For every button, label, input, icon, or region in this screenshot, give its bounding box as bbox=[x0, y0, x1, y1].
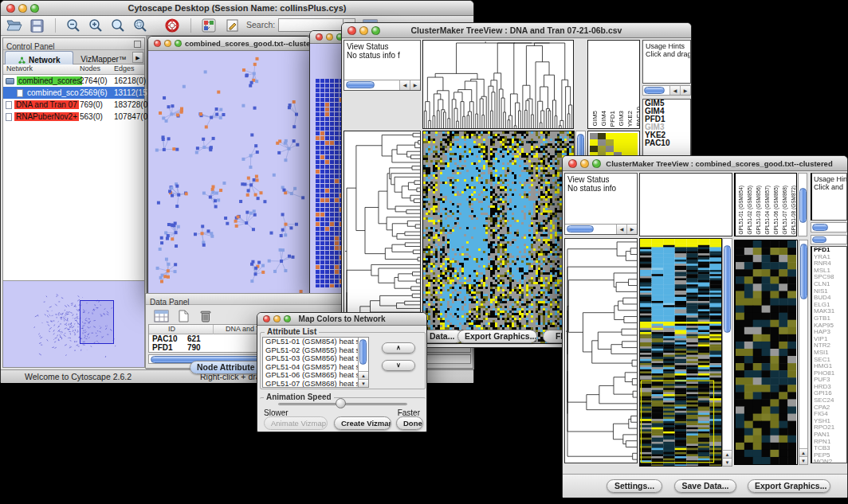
float-panel-icon[interactable] bbox=[134, 41, 141, 48]
column-dendrogram-canvas[interactable] bbox=[423, 41, 573, 128]
close-button[interactable] bbox=[6, 4, 15, 13]
column-label[interactable]: GPL51-04 (GSM857) bbox=[764, 186, 771, 234]
close-button[interactable] bbox=[316, 33, 323, 41]
network-tree-row[interactable]: DNA and Tran 07769(0)183728(0) bbox=[3, 99, 144, 111]
scrollbar-thumb[interactable] bbox=[800, 244, 807, 299]
matrix-cell[interactable] bbox=[598, 133, 606, 139]
tv2-sub-vscrollbar[interactable]: ▲ ▼ bbox=[799, 240, 808, 465]
minimize-button[interactable] bbox=[164, 40, 171, 47]
view-status-scrollbar[interactable]: ◀ ▶ bbox=[344, 80, 420, 90]
matrix-cell[interactable] bbox=[630, 133, 638, 139]
col-header-network[interactable]: Network bbox=[6, 64, 33, 72]
col-header-nodes[interactable]: Nodes bbox=[80, 64, 100, 72]
scroll-left-button[interactable]: ◀ bbox=[669, 86, 680, 95]
close-button[interactable] bbox=[568, 159, 577, 168]
tv2-zoom-submatrix[interactable] bbox=[734, 240, 798, 465]
close-button[interactable] bbox=[154, 40, 161, 47]
scrollbar-thumb[interactable] bbox=[799, 188, 807, 223]
tv2-heatmap-panel[interactable] bbox=[639, 238, 722, 467]
scrollbar-thumb[interactable] bbox=[644, 87, 665, 94]
data-col-id[interactable]: ID bbox=[168, 325, 175, 333]
tv2-save-data-button[interactable]: Save Data... bbox=[674, 479, 736, 493]
matrix-cell[interactable] bbox=[590, 146, 598, 152]
attribute-item[interactable]: GPL51-03 (GSM856) heat shock 15 min bbox=[263, 354, 368, 363]
zoom-out-button[interactable] bbox=[63, 17, 84, 34]
network-overview-canvas[interactable] bbox=[6, 284, 140, 364]
tv2-collabel-vscrollbar[interactable] bbox=[798, 173, 807, 236]
scroll-right-button[interactable]: ▶ bbox=[410, 80, 420, 90]
minimize-button[interactable] bbox=[580, 159, 589, 168]
network-view-title-bar[interactable]: combined_scores_good.txt--cluste... bbox=[148, 37, 310, 51]
scrollbar-thumb[interactable] bbox=[346, 81, 375, 88]
minimize-button[interactable] bbox=[273, 315, 281, 322]
close-button[interactable] bbox=[263, 315, 270, 322]
annotation-button[interactable] bbox=[222, 17, 243, 34]
tab-vizmapper[interactable]: VizMapper™ bbox=[75, 51, 132, 64]
tv1-export-graphics-button[interactable]: Export Graphics... bbox=[457, 330, 537, 343]
scrollbar-thumb[interactable] bbox=[724, 245, 731, 333]
tv2-usage-scrollbar[interactable] bbox=[811, 222, 847, 232]
scroll-down-button[interactable]: ▼ bbox=[799, 456, 807, 464]
column-label[interactable]: PAC10 bbox=[635, 107, 639, 127]
new-attribute-button[interactable] bbox=[173, 307, 194, 325]
close-button[interactable] bbox=[347, 26, 356, 35]
network-tree-row[interactable]: combined_sco2569(6)13112(15) bbox=[3, 87, 144, 99]
zoom-selected-button[interactable] bbox=[130, 17, 151, 34]
treeview2-title-bar[interactable]: ClusterMaker TreeView : combined_scores_… bbox=[563, 156, 847, 171]
matrix-cell[interactable] bbox=[622, 133, 630, 139]
matrix-cell[interactable] bbox=[590, 139, 598, 146]
scrollbar-thumb[interactable] bbox=[812, 224, 828, 231]
scroll-down-button[interactable]: ▼ bbox=[723, 458, 732, 466]
matrix-cell[interactable] bbox=[630, 139, 638, 146]
tv2-settings-button[interactable]: Settings... bbox=[607, 479, 662, 493]
minimize-button[interactable] bbox=[326, 33, 333, 41]
tv1-column-dendrogram[interactable] bbox=[422, 40, 574, 129]
scroll-up-button[interactable]: ▲ bbox=[799, 448, 807, 456]
column-label[interactable]: GIM4 bbox=[600, 111, 607, 127]
tv2-heatmap-vscrollbar[interactable]: ▲ ▼ bbox=[722, 238, 732, 467]
minimize-button[interactable] bbox=[359, 26, 368, 35]
main-title-bar[interactable]: Cytoscape Desktop (Session Name: collins… bbox=[1, 1, 473, 16]
scroll-left-button[interactable]: ◀ bbox=[399, 80, 410, 90]
heatmap-canvas[interactable] bbox=[423, 131, 574, 343]
open-session-button[interactable] bbox=[4, 17, 25, 34]
column-label[interactable]: GPL51-01 (GSM854) bbox=[737, 186, 745, 234]
col-header-edges[interactable]: Edges bbox=[114, 64, 135, 72]
matrix-cell[interactable] bbox=[590, 133, 598, 139]
column-label[interactable]: GPL51-06 (GSM865) bbox=[772, 186, 780, 234]
attribute-item[interactable]: GPL51-01 (GSM854) heat shock 05 min bbox=[263, 338, 368, 346]
matrix-cell[interactable] bbox=[630, 146, 638, 152]
attribute-item[interactable]: GPL51-06 (GSM865) heat shock 40 min bbox=[263, 371, 368, 380]
data-row-id[interactable]: PFD1 bbox=[152, 343, 173, 352]
scroll-right-button[interactable]: ▶ bbox=[626, 225, 637, 234]
tv1-usage-scrollbar[interactable]: ◀ ▶ bbox=[642, 85, 691, 96]
column-label[interactable]: PFD1 bbox=[609, 111, 616, 127]
move-down-button[interactable]: ∨ bbox=[382, 360, 415, 371]
network-tree-row[interactable]: combined_scores2764(0)16218(0) bbox=[3, 75, 144, 87]
minimize-button[interactable] bbox=[18, 4, 27, 13]
matrix-cell[interactable] bbox=[606, 133, 614, 139]
animation-slider-thumb[interactable] bbox=[336, 398, 346, 408]
scroll-up-button[interactable]: ▲ bbox=[723, 450, 732, 458]
zoom-heatmap-canvas[interactable] bbox=[736, 240, 796, 464]
column-label[interactable]: GPL51-03 (GSM856) bbox=[755, 186, 763, 234]
tv2-genelist-scrollbar[interactable] bbox=[811, 235, 847, 244]
data-row-id[interactable]: PAC10 bbox=[152, 334, 178, 343]
matrix-cell[interactable] bbox=[606, 146, 614, 152]
zoom-button[interactable] bbox=[175, 40, 182, 47]
tab-overflow-button[interactable]: ▶ bbox=[132, 52, 143, 63]
data-row-value[interactable]: 790 bbox=[187, 343, 201, 352]
dialog-title-bar[interactable]: Map Colors to Network bbox=[257, 313, 426, 326]
table-mode-button[interactable] bbox=[151, 307, 171, 325]
animate-vizmap-button[interactable]: Animate Vizmap bbox=[264, 416, 328, 430]
zoom-fit-button[interactable] bbox=[108, 17, 128, 34]
zoom-in-button[interactable] bbox=[85, 17, 106, 34]
matrix-cell[interactable] bbox=[622, 146, 630, 152]
vizmapper-button[interactable] bbox=[198, 17, 219, 34]
matrix-cell[interactable] bbox=[614, 133, 622, 139]
gene-label[interactable]: PAC10 bbox=[643, 139, 690, 147]
zoom-button[interactable] bbox=[30, 4, 39, 13]
tv2-row-dendrogram[interactable] bbox=[564, 238, 638, 463]
zoom-button[interactable] bbox=[371, 26, 380, 35]
network-view-canvas[interactable] bbox=[148, 51, 310, 294]
